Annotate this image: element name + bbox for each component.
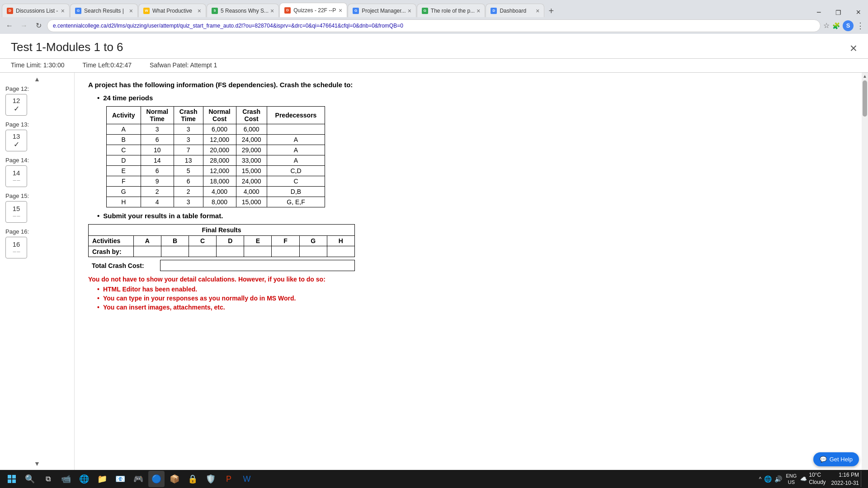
crash-h[interactable] — [327, 246, 354, 257]
crash-b[interactable] — [161, 246, 189, 257]
red-instruction-text: You do not have to show your detail calc… — [88, 276, 848, 283]
tab-what-productive[interactable]: W What Productive × — [138, 4, 206, 17]
weather-widget[interactable]: ☁️ 10°C Cloudy — [800, 472, 826, 486]
extensions-icon[interactable]: 🧩 — [832, 22, 840, 29]
total-crash-value[interactable] — [160, 260, 355, 271]
back-button[interactable]: ← — [4, 20, 15, 32]
cell: F — [107, 176, 141, 187]
menu-icon[interactable]: ⋮ — [856, 21, 864, 31]
crash-e[interactable] — [244, 246, 272, 257]
taskbar-ps[interactable]: 🎮 — [130, 471, 146, 487]
taskbar-chrome[interactable]: 🔵 — [148, 471, 165, 487]
main-scrollbar[interactable]: ▲ — [862, 73, 868, 470]
taskbar-antivirus[interactable]: 🛡️ — [203, 471, 219, 487]
tray-chevron[interactable]: ^ — [759, 476, 762, 482]
new-tab-button[interactable]: + — [545, 6, 557, 16]
tab-close-icon[interactable]: × — [339, 7, 342, 14]
cell: 29,000 — [236, 145, 267, 155]
dropbox-icon: 📦 — [170, 474, 179, 484]
tab-5reasons[interactable]: 5 5 Reasons Why S... × — [207, 4, 279, 17]
maximize-button[interactable]: ❐ — [828, 9, 849, 16]
tab-close-icon[interactable]: × — [61, 7, 65, 14]
page-13-box[interactable]: 13 ✓ — [5, 130, 27, 151]
red-bullet-1: • HTML Editor has been enabled. — [97, 286, 848, 293]
crash-g[interactable] — [299, 246, 327, 257]
reload-button[interactable]: ↻ — [33, 20, 44, 32]
page-16-number: 16 — [13, 240, 20, 248]
taskbar-explorer[interactable]: 📁 — [94, 471, 110, 487]
taskbar-teams[interactable]: 📹 — [58, 471, 74, 487]
cell: H — [107, 197, 141, 207]
taskbar-dropbox[interactable]: 📦 — [166, 471, 183, 487]
address-input[interactable] — [47, 19, 821, 32]
col-activities: Activities — [89, 236, 134, 246]
total-cost-row: Total Crash Cost: — [88, 260, 355, 271]
tab-close-icon[interactable]: × — [198, 7, 201, 14]
crash-d[interactable] — [217, 246, 244, 257]
page-section-12: Page 12: 12 ✓ — [0, 84, 34, 119]
favicon-project: G — [353, 8, 359, 14]
taskbar-vpn[interactable]: 🔒 — [184, 471, 201, 487]
language-us: US — [786, 479, 797, 485]
start-button[interactable] — [4, 471, 20, 487]
network-icon[interactable]: 🌐 — [764, 475, 772, 483]
show-desktop-button[interactable] — [861, 471, 864, 487]
page-section-14: Page 14: 14 – – — [0, 155, 34, 191]
tab-quizzes-active[interactable]: D Quizzes - 22F --P × — [279, 3, 347, 17]
task-view-icon: ⧉ — [46, 475, 51, 483]
clock-display[interactable]: 1:16 PM 2022-10-31 — [831, 471, 859, 487]
quiz-close-button[interactable]: × — [850, 41, 857, 56]
tab-close-icon[interactable]: × — [536, 7, 539, 14]
forward-button[interactable]: → — [18, 20, 30, 32]
language-display[interactable]: ENG US — [784, 473, 798, 486]
language-eng: ENG — [786, 473, 797, 479]
cell: 6,000 — [203, 124, 236, 135]
page-15-box[interactable]: 15 – – — [5, 201, 27, 223]
taskbar-powerpoint[interactable]: P — [221, 471, 237, 487]
tab-close-icon[interactable]: × — [129, 7, 133, 14]
cell: 9 — [141, 176, 174, 187]
quiz-page: Test 1-Modules 1 to 6 × Time Limit: 1:30… — [0, 34, 868, 470]
cell: 28,000 — [203, 155, 236, 166]
sidebar-scroll-down[interactable]: ▼ — [0, 459, 74, 468]
taskbar-edge[interactable]: 🌐 — [76, 471, 92, 487]
tab-label: Project Manager... — [362, 8, 406, 14]
page-16-box[interactable]: 16 – – — [5, 237, 27, 258]
bookmark-star-icon[interactable]: ☆ — [823, 21, 830, 30]
page-section-15: Page 15: 15 – – — [0, 191, 34, 226]
table-row: G 2 2 4,000 4,000 D,B — [107, 187, 325, 197]
question-text: A project has the following information … — [88, 81, 848, 89]
tab-search-results[interactable]: G Search Results | × — [70, 4, 138, 17]
crash-c[interactable] — [189, 246, 217, 257]
word-icon: W — [243, 474, 251, 484]
tab-discussions[interactable]: D Discussions List - × — [2, 4, 70, 17]
page-12-box[interactable]: 12 ✓ — [5, 94, 27, 116]
page-15-number: 15 — [13, 205, 20, 212]
crash-f[interactable] — [272, 246, 299, 257]
tab-project-manager[interactable]: G Project Manager... × — [348, 4, 416, 17]
scrollbar-up-arrow[interactable]: ▲ — [862, 73, 868, 80]
cell: A — [267, 145, 325, 155]
tab-role-of[interactable]: G The role of the p... × — [417, 4, 486, 17]
tab-dashboard[interactable]: D Dashboard × — [486, 4, 544, 17]
profile-icon[interactable]: S — [843, 20, 854, 31]
tab-close-icon[interactable]: × — [270, 7, 274, 14]
taskbar-word[interactable]: W — [239, 471, 255, 487]
sidebar-scroll-up[interactable]: ▲ — [0, 75, 74, 84]
temperature: 10°C — [809, 472, 826, 479]
minimize-button[interactable]: − — [809, 8, 829, 17]
final-results-title: Final Results — [89, 225, 355, 236]
volume-icon[interactable]: 🔊 — [774, 475, 782, 483]
taskbar-outlook[interactable]: 📧 — [112, 471, 128, 487]
col-g: G — [299, 236, 327, 246]
get-help-button[interactable]: 💬 Get Help — [813, 452, 859, 466]
system-tray: ^ 🌐 🔊 — [759, 475, 783, 483]
tab-close-icon[interactable]: × — [476, 7, 480, 14]
task-view-button[interactable]: ⧉ — [40, 471, 56, 487]
taskbar-search[interactable]: 🔍 — [22, 471, 38, 487]
tab-close-icon[interactable]: × — [408, 7, 411, 14]
close-button[interactable]: × — [849, 8, 868, 17]
scrollbar-thumb[interactable] — [863, 80, 867, 117]
crash-a[interactable] — [133, 246, 161, 257]
page-14-box[interactable]: 14 – – — [5, 165, 27, 187]
